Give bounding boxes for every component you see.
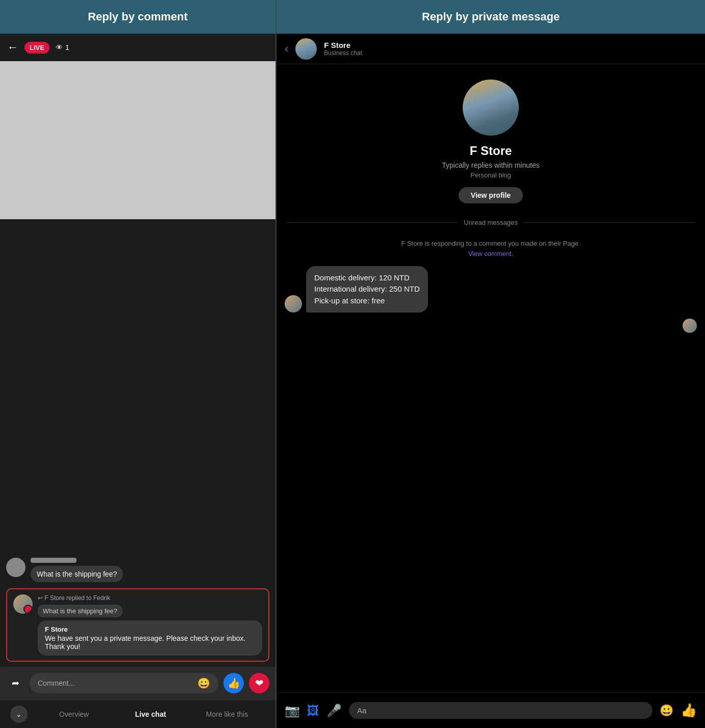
reply-block: ↩ F Store replied to Fedrik What is the … (6, 588, 269, 662)
outgoing-avatar (683, 319, 697, 333)
user-comment-text: What is the shipping fee? (31, 566, 123, 582)
incoming-message: Domestic delivery: 120 NTDInternational … (285, 266, 697, 313)
mic-icon[interactable]: 🎤 (326, 704, 342, 718)
store-avatar-small (295, 38, 317, 60)
back-arrow-icon[interactable]: ← (7, 41, 18, 54)
reply-store-name: F Store (45, 626, 255, 633)
image-icon[interactable]: 🖼 (307, 704, 319, 718)
right-panel-title: Reply by private message (422, 10, 560, 23)
right-header: Reply by private message (276, 0, 705, 34)
view-comment-link[interactable]: View comment. (468, 250, 514, 257)
system-message-block: F Store is responding to a comment you m… (285, 237, 697, 260)
unread-divider: Unread messages (276, 214, 705, 231)
username-bar (31, 558, 77, 563)
messenger-input-bar: 📷 🖼 🎤 Aa 😀 👍 (276, 692, 705, 728)
messenger-chat: F Store is responding to a comment you m… (276, 231, 705, 692)
eye-icon: 👁 (56, 43, 63, 51)
camera-icon[interactable]: 📷 (285, 704, 300, 718)
system-message-text: F Store is responding to a comment you m… (401, 240, 580, 247)
left-panel-title: Reply by comment (88, 10, 188, 23)
emoji-icon-right[interactable]: 😀 (660, 704, 673, 717)
reply-text: We have sent you a private message. Plea… (45, 634, 246, 651)
dropdown-button[interactable]: ⌄ (10, 706, 28, 723)
share-icon[interactable]: ➦ (6, 674, 24, 692)
message-avatar (285, 295, 302, 313)
reply-message-bubble: F Store We have sent you a private messa… (38, 620, 262, 656)
viewer-number: 1 (65, 43, 69, 51)
reply-header-text: ↩ F Store replied to Fedrik (38, 594, 262, 602)
unread-line-left (287, 222, 458, 223)
store-name-large: F Store (470, 144, 512, 158)
delivery-text: Domestic delivery: 120 NTDInternational … (314, 273, 420, 305)
nav-live-chat[interactable]: Live chat (112, 710, 189, 718)
unread-line-right (524, 222, 695, 223)
chat-area: What is the shipping fee? ↩ F Store repl… (0, 219, 275, 667)
user-comment-bubble: What is the shipping fee? (6, 558, 269, 582)
profile-section: F Store Typically replies within minutes… (276, 64, 705, 214)
store-avatar-large (463, 80, 519, 136)
business-chat-label: Business chat (324, 49, 362, 57)
comment-input-field[interactable]: Comment... 😀 (30, 673, 218, 693)
viewers-count: 👁 1 (56, 43, 69, 51)
message-placeholder: Aa (357, 706, 366, 715)
emoji-icon[interactable]: 😀 (197, 677, 210, 689)
user-avatar (6, 558, 26, 577)
comment-placeholder: Comment... (38, 679, 74, 687)
back-chevron-icon[interactable]: ‹ (285, 42, 288, 56)
like-button[interactable]: 👍 (223, 673, 244, 693)
outgoing-read-receipt (285, 319, 697, 333)
messenger-top-bar: ‹ F Store Business chat (276, 34, 705, 64)
store-info: F Store Business chat (324, 41, 362, 57)
heart-button[interactable]: ❤ (249, 673, 269, 693)
live-bar: ← LIVE 👁 1 (0, 34, 275, 61)
message-input-field[interactable]: Aa (349, 702, 652, 719)
bottom-nav: ⌄ Overview Live chat More like this (0, 699, 275, 728)
reply-inner: ↩ F Store replied to Fedrik What is the … (38, 594, 262, 656)
video-area (0, 61, 275, 219)
reply-time-text: Typically replies within minutes (442, 161, 539, 169)
right-panel: Reply by private message ‹ F Store Busin… (276, 0, 705, 728)
unread-messages-label: Unread messages (464, 219, 518, 226)
store-name-top: F Store (324, 41, 362, 49)
store-reply-avatar (13, 594, 33, 614)
nav-more-like-this[interactable]: More like this (189, 710, 265, 718)
personal-blog-label: Personal blog (470, 171, 511, 179)
live-badge: LIVE (24, 42, 49, 54)
nav-overview[interactable]: Overview (36, 710, 112, 718)
comment-content: What is the shipping fee? (31, 558, 123, 582)
message-bubble-delivery: Domestic delivery: 120 NTDInternational … (306, 266, 428, 313)
reply-quoted-text: What is the shipping fee? (38, 605, 122, 617)
thumbs-up-icon[interactable]: 👍 (681, 703, 697, 718)
left-panel: Reply by comment ← LIVE 👁 1 What is the … (0, 0, 275, 728)
comment-input-bar: ➦ Comment... 😀 👍 ❤ (0, 667, 275, 699)
view-profile-button[interactable]: View profile (459, 187, 523, 203)
left-header: Reply by comment (0, 0, 275, 34)
